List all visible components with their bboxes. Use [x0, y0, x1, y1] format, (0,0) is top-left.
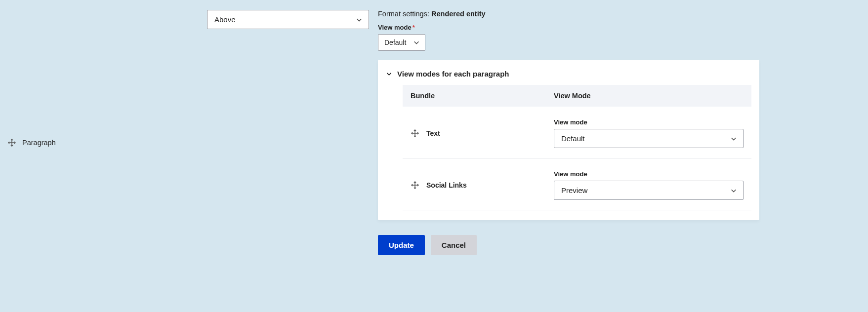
- column-label: Above: [207, 0, 378, 312]
- view-modes-table: Bundle View Mode: [403, 85, 751, 210]
- field-row: Paragraph Above Format settings: Rendere…: [0, 0, 868, 312]
- table-row: Social Links View mode Preview: [403, 158, 751, 210]
- column-settings: Format settings: Rendered entity View mo…: [378, 0, 868, 312]
- bundle-name: Text: [426, 129, 440, 137]
- field-name: Paragraph: [22, 139, 56, 147]
- view-mode-select[interactable]: Default: [378, 34, 425, 51]
- cancel-button[interactable]: Cancel: [431, 235, 477, 255]
- field-handle-row: Paragraph: [7, 138, 56, 147]
- update-button[interactable]: Update: [378, 235, 425, 255]
- chevron-down-icon: [386, 71, 392, 77]
- drag-handle-icon[interactable]: [7, 138, 16, 147]
- col-viewmode: View Mode: [546, 85, 751, 107]
- label-position-select[interactable]: Above: [207, 10, 369, 29]
- format-name: Rendered entity: [431, 10, 486, 18]
- drag-handle-icon[interactable]: [411, 129, 419, 138]
- row-view-mode-select[interactable]: Preview: [554, 181, 744, 200]
- column-field: Paragraph: [0, 0, 207, 312]
- col-bundle: Bundle: [403, 85, 546, 107]
- required-marker: *: [413, 24, 415, 31]
- view-mode-label: View mode*: [378, 24, 759, 31]
- view-modes-panel: View modes for each paragraph Bundle Vie…: [378, 60, 759, 220]
- drag-handle-icon[interactable]: [411, 181, 419, 190]
- format-settings-label: Format settings: Rendered entity: [378, 10, 759, 18]
- row-view-mode-select[interactable]: Default: [554, 129, 744, 148]
- table-row: Text View mode Default: [403, 107, 751, 158]
- action-buttons: Update Cancel: [378, 235, 759, 255]
- view-modes-summary[interactable]: View modes for each paragraph: [386, 68, 751, 85]
- row-view-mode-label: View mode: [554, 170, 744, 178]
- view-modes-title: View modes for each paragraph: [397, 70, 509, 78]
- row-view-mode-label: View mode: [554, 118, 744, 126]
- bundle-name: Social Links: [426, 181, 467, 189]
